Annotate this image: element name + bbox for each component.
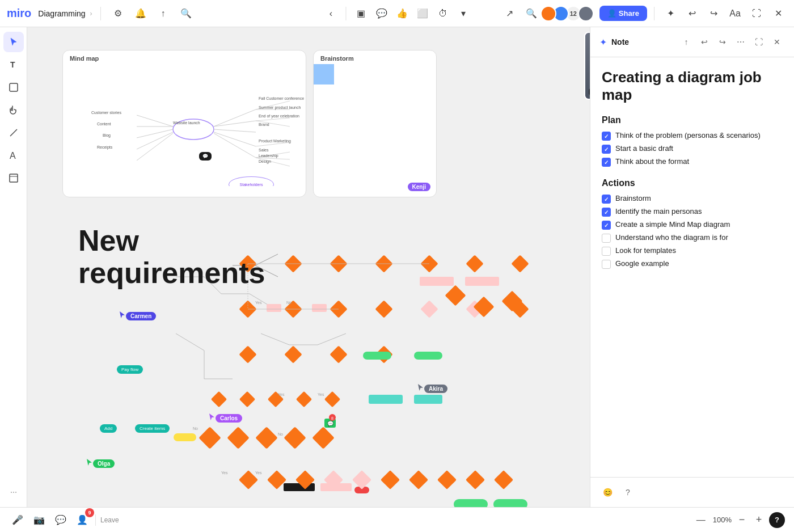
expand-note-button[interactable]: ⛶ bbox=[751, 34, 767, 50]
svg-line-2 bbox=[10, 129, 17, 136]
back-button[interactable]: ‹ bbox=[322, 5, 340, 23]
frames-button[interactable]: ▣ bbox=[352, 5, 370, 23]
main-area: T A ⋯ Sadie bbox=[0, 27, 794, 507]
mm-comment: 💬 bbox=[199, 152, 212, 161]
canvas-area[interactable]: Sadie Hisham Mae Mind map bbox=[27, 27, 590, 507]
svg-text:💬: 💬 bbox=[327, 420, 334, 427]
action-checkbox-3[interactable] bbox=[602, 221, 611, 230]
svg-rect-80 bbox=[454, 499, 488, 507]
minimize-button[interactable]: — bbox=[692, 512, 709, 529]
flow-label-1: Pay flow bbox=[117, 365, 143, 374]
center-toolbar: ‹ ▣ 💬 👍 ⬜ ⏱ ▾ bbox=[322, 5, 472, 23]
svg-text:Yes: Yes bbox=[255, 301, 262, 305]
top-right-area: ↗ 🔍 12 👤 Share ✦ ↩ ↪ Aa ⛶ ✕ bbox=[501, 5, 787, 23]
comments-button[interactable]: 💬 bbox=[373, 5, 391, 23]
more-note-button[interactable]: ⋯ bbox=[733, 34, 749, 50]
plan-heading: Plan bbox=[602, 115, 783, 125]
svg-line-21 bbox=[256, 142, 290, 146]
format-button[interactable]: Aa bbox=[726, 5, 744, 23]
plan-checklist: Think of the problem (personas & scenari… bbox=[602, 131, 783, 167]
avatar-1[interactable] bbox=[540, 6, 556, 22]
line-tool[interactable] bbox=[3, 123, 24, 143]
chat-button[interactable]: 💬 bbox=[52, 512, 69, 529]
plan-checkbox-2[interactable] bbox=[602, 145, 611, 154]
rp-header: ✦ Note ↑ ↩ ↪ ⋯ ⛶ ✕ bbox=[590, 27, 794, 57]
zoom-out-button[interactable]: − bbox=[735, 513, 749, 527]
svg-rect-81 bbox=[493, 499, 527, 507]
svg-text:Yes: Yes bbox=[278, 392, 285, 396]
camera-button[interactable]: 📷 bbox=[31, 512, 48, 529]
reactions-button[interactable]: 👍 bbox=[393, 5, 411, 23]
svg-text:Yes: Yes bbox=[221, 471, 228, 475]
note-star-icon: ✦ bbox=[599, 37, 607, 48]
share-note-button[interactable]: ↑ bbox=[678, 34, 694, 50]
redo-button[interactable]: ↪ bbox=[704, 5, 723, 23]
search-button[interactable]: 🔍 bbox=[177, 5, 195, 23]
timer-button[interactable]: ⏱ bbox=[434, 5, 452, 23]
frame-tool[interactable] bbox=[3, 168, 24, 188]
plan-checkbox-1[interactable] bbox=[602, 132, 611, 141]
svg-line-11 bbox=[214, 133, 256, 158]
share-upload-button[interactable]: ↑ bbox=[154, 5, 172, 23]
divider-rp bbox=[654, 7, 654, 20]
canvas-title: Newrequirements bbox=[78, 225, 265, 289]
share-button[interactable]: 👤 Share bbox=[599, 6, 647, 21]
apps-button[interactable]: ▾ bbox=[454, 5, 472, 23]
undo-button[interactable]: ↩ bbox=[683, 5, 701, 23]
mm-node-8: Brand bbox=[259, 123, 269, 126]
svg-rect-76 bbox=[409, 470, 428, 489]
settings-button[interactable]: ⚙ bbox=[109, 5, 127, 23]
notifications-button[interactable]: 🔔 bbox=[132, 5, 150, 23]
mind-map-card: Mind map bbox=[62, 50, 306, 197]
action-checkbox-4[interactable] bbox=[602, 234, 611, 243]
more-tools[interactable]: ⋯ bbox=[3, 482, 24, 503]
mm-node-9: Product Marketing bbox=[259, 139, 291, 143]
plan-checkbox-3[interactable] bbox=[602, 158, 611, 167]
emoji-button[interactable]: 😊 bbox=[599, 484, 615, 500]
redo-note-button[interactable]: ↪ bbox=[715, 34, 730, 50]
leave-button[interactable]: Leave bbox=[100, 516, 119, 524]
action-checkbox-2[interactable] bbox=[602, 208, 611, 217]
avatar-self[interactable] bbox=[578, 6, 594, 22]
action-checkbox-1[interactable] bbox=[602, 195, 611, 204]
action-checkbox-6[interactable] bbox=[602, 260, 611, 269]
svg-rect-61 bbox=[174, 433, 196, 441]
help-rp-button[interactable]: ? bbox=[620, 484, 636, 500]
sticky-note-tool[interactable] bbox=[3, 77, 24, 98]
help-button[interactable]: ? bbox=[769, 512, 785, 528]
fullscreen-button[interactable]: ⛶ bbox=[747, 5, 766, 23]
left-toolbar: T A ⋯ bbox=[0, 27, 27, 507]
svg-rect-44 bbox=[239, 345, 256, 363]
svg-text:No: No bbox=[286, 301, 292, 305]
select-tool[interactable] bbox=[3, 32, 24, 52]
bottom-bar: 🎤 📷 💬 👤 9 Leave — 100% − + ? bbox=[0, 507, 794, 532]
font-tool[interactable]: A bbox=[3, 145, 24, 166]
hand-tool[interactable] bbox=[3, 100, 24, 120]
zoom-out-top[interactable]: 🔍 bbox=[522, 5, 540, 23]
close-note-button[interactable]: ✕ bbox=[769, 34, 785, 50]
text-tool[interactable]: T bbox=[3, 54, 24, 75]
cursor-kenji: Kenji bbox=[408, 183, 430, 191]
close-panel-button[interactable]: ✕ bbox=[769, 5, 787, 23]
mm-node-2: Content bbox=[97, 122, 111, 126]
plan-item-2: Start a basic draft bbox=[602, 144, 783, 154]
mic-button[interactable]: 🎤 bbox=[9, 512, 26, 529]
cursor-area-akira: Akira bbox=[417, 383, 424, 394]
star-icon[interactable]: ✦ bbox=[661, 5, 679, 23]
mm-node-4: Receipts bbox=[97, 145, 112, 149]
undo-note-button[interactable]: ↩ bbox=[696, 34, 712, 50]
svg-line-15 bbox=[137, 132, 173, 149]
action-checkbox-5[interactable] bbox=[602, 247, 611, 256]
svg-rect-79 bbox=[494, 470, 513, 489]
action-item-4: Understand who the diagram is for bbox=[602, 233, 783, 243]
select-button[interactable]: ↗ bbox=[501, 5, 519, 23]
svg-text:8: 8 bbox=[331, 416, 333, 420]
svg-text:Yes: Yes bbox=[318, 392, 324, 396]
zoom-in-button[interactable]: + bbox=[752, 513, 766, 527]
action-item-3: Create a simple Mind Map diagram bbox=[602, 220, 783, 230]
present-button[interactable]: ⬜ bbox=[413, 5, 432, 23]
svg-rect-34 bbox=[511, 255, 529, 272]
svg-rect-46 bbox=[330, 345, 347, 363]
divider-2 bbox=[346, 7, 347, 20]
users-button[interactable]: 👤 9 bbox=[74, 512, 91, 529]
